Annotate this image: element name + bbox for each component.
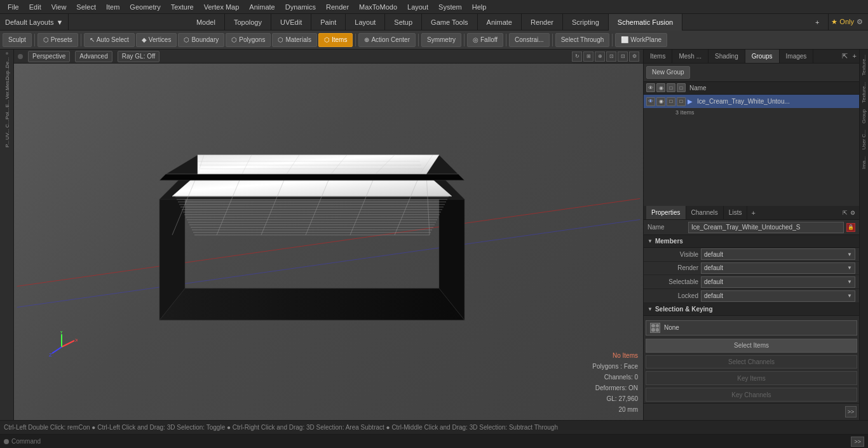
rp-tab-groups[interactable]: Groups xyxy=(745,50,780,63)
menu-help[interactable]: Help xyxy=(467,0,492,13)
members-section-header[interactable]: ▼ Members xyxy=(644,235,859,248)
polygons-button[interactable]: ⬡ Polygons xyxy=(226,33,271,47)
tab-scripting[interactable]: Scripting xyxy=(563,14,609,31)
sculpt-button[interactable]: Sculpt xyxy=(3,33,32,47)
add-layout-button[interactable]: + xyxy=(806,14,829,31)
select-channels-button[interactable]: Select Channels xyxy=(646,355,857,369)
props-tab-lists[interactable]: Lists xyxy=(724,206,748,219)
workplane-button[interactable]: ⬜ WorkPlane xyxy=(615,33,667,47)
keying-section-header[interactable]: ▼ Selection & Keying xyxy=(644,303,859,316)
selectable-select[interactable]: default ▼ xyxy=(701,276,855,288)
props-tab-properties[interactable]: Properties xyxy=(646,206,686,219)
menu-render[interactable]: Render xyxy=(321,0,354,13)
presets-button[interactable]: ⬡ Presets xyxy=(37,33,78,47)
vertices-button[interactable]: ◆ Vertices xyxy=(136,33,177,47)
select-items-button[interactable]: Select Items xyxy=(646,339,857,353)
tab-game-tools[interactable]: Game Tools xyxy=(422,14,478,31)
expand-icon[interactable]: ⇱ xyxy=(839,52,850,60)
tab-layout[interactable]: Layout xyxy=(346,14,385,31)
auto-select-button[interactable]: ↖ Auto Select xyxy=(84,33,135,47)
select-through-button[interactable]: Select Through xyxy=(555,33,610,47)
expand-arrow-button[interactable]: >> xyxy=(845,406,857,417)
menu-select[interactable]: Select xyxy=(71,0,101,13)
tab-paint[interactable]: Paint xyxy=(311,14,346,31)
group-item-row[interactable]: 👁 ◉ □ □ ▶ Ice_Cream_Tray_White_Untou... xyxy=(644,95,859,109)
default-layouts-dropdown[interactable]: Default Layouts ▼ xyxy=(0,14,69,30)
menu-view[interactable]: View xyxy=(46,0,72,13)
rp-tab-mesh[interactable]: Mesh ... xyxy=(672,50,709,63)
sidebar-item-c[interactable]: C... xyxy=(1,119,13,128)
key-channels-button[interactable]: Key Channels xyxy=(646,388,857,402)
sidebar-item-e[interactable]: E... xyxy=(1,99,13,108)
vp-fullscreen-icon[interactable]: ⊡ xyxy=(618,51,628,62)
edge-tab-texture1[interactable]: Texture... xyxy=(860,52,867,78)
visibility-icon[interactable]: 👁 xyxy=(646,97,655,106)
rp-tab-images[interactable]: Images xyxy=(780,50,814,63)
menu-geometry[interactable]: Geometry xyxy=(125,0,165,13)
menu-vertex-map[interactable]: Vertex Map xyxy=(199,0,245,13)
materials-button[interactable]: ⬡ Materials xyxy=(272,33,317,47)
menu-item[interactable]: Item xyxy=(101,0,125,13)
key-items-button[interactable]: Key Items xyxy=(646,371,857,385)
props-gear-icon[interactable]: ⚙ xyxy=(849,210,857,216)
settings-icon[interactable]: + xyxy=(850,52,859,60)
menu-layout[interactable]: Layout xyxy=(402,0,433,13)
settings-icon[interactable]: ⚙ xyxy=(857,18,863,26)
command-input[interactable] xyxy=(11,438,848,445)
props-tab-add[interactable]: + xyxy=(747,209,759,217)
menu-file[interactable]: File xyxy=(3,0,24,13)
edge-tab-user[interactable]: User C... xyxy=(860,127,867,153)
props-expand-icon[interactable]: ⇱ xyxy=(841,210,849,216)
tab-animate[interactable]: Animate xyxy=(478,14,522,31)
advanced-button[interactable]: Advanced xyxy=(75,51,112,62)
command-arrow-button[interactable]: >> xyxy=(851,437,864,447)
ray-gl-button[interactable]: Ray GL: Off xyxy=(118,51,160,62)
sidebar-toggle[interactable] xyxy=(6,52,8,55)
lock-button[interactable]: 🔒 xyxy=(846,223,855,232)
items-button[interactable]: ⬡ Items xyxy=(318,33,353,47)
viewport-canvas[interactable]: X Y Z No Items Polygons : Face Channels:… xyxy=(14,64,643,420)
render-select[interactable]: default ▼ xyxy=(701,262,855,274)
vp-pan-icon[interactable]: ⊕ xyxy=(595,51,605,62)
menu-edit[interactable]: Edit xyxy=(24,0,46,13)
visible-select[interactable]: default ▼ xyxy=(701,248,855,260)
locked-select[interactable]: default ▼ xyxy=(701,290,855,302)
tab-schematic-fusion[interactable]: Schematic Fusion xyxy=(609,14,682,31)
edge-tab-image[interactable]: Ima... xyxy=(860,154,867,172)
render-icon[interactable]: ◉ xyxy=(656,97,665,106)
name-input[interactable] xyxy=(688,222,844,233)
vp-menu-icon[interactable] xyxy=(18,54,23,59)
sidebar-item-uv[interactable]: UV... xyxy=(1,130,13,139)
boundary-button[interactable]: ⬡ Boundary xyxy=(178,33,224,47)
vp-fit-icon[interactable]: ⊡ xyxy=(606,51,616,62)
lock-icon[interactable]: □ xyxy=(677,97,686,106)
tab-render[interactable]: Render xyxy=(522,14,563,31)
vp-rotate-icon[interactable]: ↻ xyxy=(572,51,582,62)
tab-model[interactable]: Model xyxy=(187,14,225,31)
sidebar-item-p[interactable]: P... xyxy=(1,140,13,149)
perspective-button[interactable]: Perspective xyxy=(28,51,70,62)
tab-uvedit[interactable]: UVEdit xyxy=(271,14,311,31)
tab-topology[interactable]: Topology xyxy=(225,14,271,31)
menu-dynamics[interactable]: Dynamics xyxy=(280,0,321,13)
edge-tab-texture2[interactable]: Texture... xyxy=(860,79,867,105)
edge-tab-group[interactable]: Group xyxy=(860,107,867,126)
symmetry-button[interactable]: Symmetry xyxy=(421,33,461,47)
menu-system[interactable]: System xyxy=(433,0,467,13)
falloff-button[interactable]: ◎ Falloff xyxy=(467,33,503,47)
sidebar-item-pol[interactable]: Pol... xyxy=(1,109,13,118)
sidebar-item-ver[interactable]: Ver... xyxy=(1,89,13,98)
rp-tab-shading[interactable]: Shading xyxy=(709,50,745,63)
rp-tab-items[interactable]: Items xyxy=(644,50,672,63)
action-center-button[interactable]: ⊕ Action Center xyxy=(358,33,416,47)
ghost-icon[interactable]: □ xyxy=(667,97,675,106)
vp-zoom-icon[interactable]: ⊞ xyxy=(583,51,593,62)
constrain-button[interactable]: Constrai... xyxy=(509,33,550,47)
tab-setup[interactable]: Setup xyxy=(385,14,422,31)
props-tab-channels[interactable]: Channels xyxy=(686,206,724,219)
menu-animate[interactable]: Animate xyxy=(244,0,280,13)
sidebar-item-mes[interactable]: Mes... xyxy=(1,79,13,88)
new-group-button[interactable]: New Group xyxy=(646,66,690,79)
menu-texture[interactable]: Texture xyxy=(166,0,199,13)
menu-maxtomodo[interactable]: MaxToModo xyxy=(354,0,402,13)
